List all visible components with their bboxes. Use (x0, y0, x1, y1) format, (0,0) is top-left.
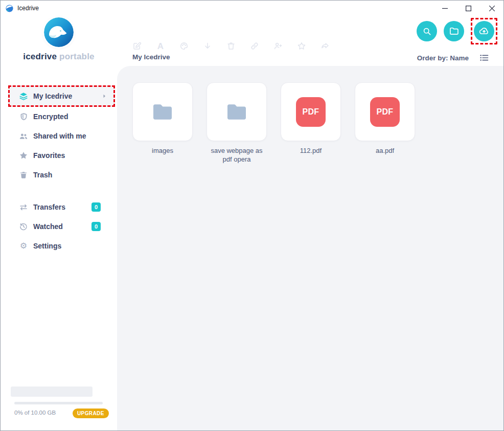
storage-usage-text: 0% of 10.00 GB (14, 410, 56, 416)
sidebar-item-label: Encrypted (33, 112, 68, 121)
file-grid: images save webpage as pdf opera PDF 112… (132, 82, 503, 164)
upgrade-button[interactable]: UPGRADE (73, 409, 109, 418)
order-by-label[interactable]: Order by: Name (417, 54, 469, 62)
upload-annotation-box (471, 18, 497, 44)
main-panel: A (117, 16, 503, 430)
sidebar-item-label: Watched (33, 222, 63, 231)
storage-progress-bar (14, 402, 103, 404)
sidebar: icedrive portable My Icedrive (1, 16, 117, 430)
delete-icon[interactable] (226, 41, 236, 51)
sidebar-item-label: Shared with me (33, 132, 86, 140)
layers-icon (19, 92, 28, 101)
new-folder-button[interactable] (444, 21, 464, 41)
trash-icon (19, 170, 28, 179)
list-view-icon[interactable] (479, 53, 489, 63)
file-card[interactable] (207, 82, 267, 141)
file-item-pdf[interactable]: PDF 112.pdf (281, 82, 341, 155)
file-browser-content: images save webpage as pdf opera PDF 112… (117, 66, 503, 430)
file-name: save webpage as pdf opera (207, 147, 267, 164)
file-name: images (132, 147, 193, 155)
file-item-folder[interactable]: save webpage as pdf opera (207, 82, 267, 164)
file-name: 112.pdf (281, 147, 341, 155)
sidebar-item-watched[interactable]: Watched 0 (8, 217, 115, 236)
storage-user-placeholder (11, 387, 93, 397)
sidebar-item-encrypted[interactable]: Encrypted (8, 107, 115, 126)
icedrive-logo-icon (5, 4, 14, 13)
titlebar: Icedrive (1, 1, 503, 16)
palette-icon[interactable] (179, 41, 189, 51)
folder-icon (222, 100, 251, 124)
pdf-icon: PDF (370, 97, 400, 127)
gear-icon: ⚙ (19, 241, 28, 251)
sidebar-item-label: Transfers (33, 203, 65, 211)
rename-icon[interactable]: A (156, 41, 165, 51)
share-icon[interactable] (320, 41, 330, 51)
brand-wordmark: icedrive portable (1, 52, 117, 62)
primary-actions (417, 18, 497, 44)
maximize-button[interactable] (456, 1, 480, 16)
favorite-icon[interactable] (297, 41, 306, 51)
chevron-right-icon (101, 93, 107, 99)
sidebar-item-label: Favorites (33, 151, 65, 160)
transfers-icon (19, 202, 28, 212)
sidebar-item-shared-with-me[interactable]: Shared with me (8, 126, 115, 146)
file-item-folder[interactable]: images (132, 82, 193, 155)
users-icon (19, 131, 28, 141)
file-name: aa.pdf (355, 147, 415, 155)
transfers-count-badge: 0 (91, 202, 101, 212)
watched-count-badge: 0 (91, 222, 101, 231)
shield-icon (19, 112, 28, 121)
upload-button[interactable] (474, 21, 494, 41)
file-card[interactable] (132, 82, 193, 141)
order-by-control: Order by: Name (417, 53, 489, 63)
sidebar-item-trash[interactable]: Trash (8, 165, 115, 185)
search-button[interactable] (417, 21, 437, 41)
sidebar-item-favorites[interactable]: Favorites (8, 146, 115, 165)
star-icon (19, 151, 28, 160)
sidebar-item-my-icedrive[interactable]: My Icedrive (8, 85, 115, 107)
file-card[interactable]: PDF (281, 82, 341, 141)
minimize-button[interactable] (433, 1, 456, 16)
icedrive-logo (44, 17, 74, 47)
file-actions-toolbar: A (132, 41, 330, 51)
sidebar-item-label: Trash (33, 171, 52, 179)
download-icon[interactable] (203, 41, 212, 51)
sidebar-item-label: Settings (33, 242, 61, 250)
close-button[interactable] (480, 1, 503, 16)
pdf-icon: PDF (296, 97, 326, 127)
sidebar-item-transfers[interactable]: Transfers 0 (8, 197, 115, 217)
sidebar-item-label: My Icedrive (33, 92, 72, 100)
file-card[interactable]: PDF (355, 82, 415, 141)
window-title: Icedrive (17, 5, 39, 12)
add-user-icon[interactable] (273, 41, 283, 51)
breadcrumb[interactable]: My Icedrive (132, 53, 170, 61)
icedrive-window: Icedrive i (0, 0, 504, 431)
window-controls (433, 1, 503, 16)
folder-icon (148, 100, 177, 124)
sidebar-nav: My Icedrive Encrypted Shared with me (1, 85, 117, 256)
history-icon (19, 222, 28, 231)
nav-divider-gap (1, 185, 117, 197)
file-item-pdf[interactable]: PDF aa.pdf (355, 82, 415, 155)
edit-icon[interactable] (132, 41, 142, 51)
sidebar-item-settings[interactable]: ⚙ Settings (8, 236, 115, 256)
link-icon[interactable] (250, 41, 259, 51)
